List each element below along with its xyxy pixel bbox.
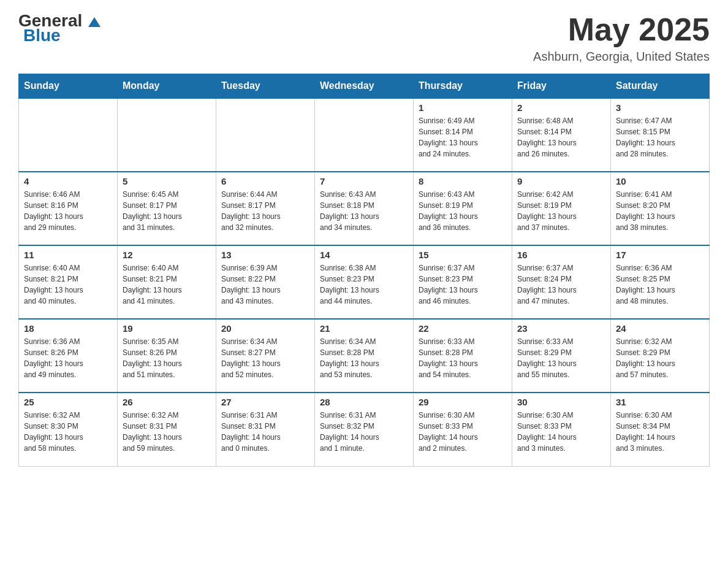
- day-info: Sunrise: 6:30 AMSunset: 8:34 PMDaylight:…: [616, 410, 704, 454]
- location-text: Ashburn, Georgia, United States: [533, 50, 710, 64]
- calendar-cell-2-4: 7Sunrise: 6:43 AMSunset: 8:18 PMDaylight…: [315, 172, 414, 245]
- calendar-header-thursday: Thursday: [414, 74, 512, 99]
- calendar-cell-5-4: 28Sunrise: 6:31 AMSunset: 8:32 PMDayligh…: [315, 393, 414, 466]
- day-number: 12: [123, 250, 211, 260]
- calendar-cell-2-6: 9Sunrise: 6:42 AMSunset: 8:19 PMDaylight…: [512, 172, 611, 245]
- day-number: 30: [517, 397, 605, 407]
- title-section: May 2025 Ashburn, Georgia, United States: [533, 12, 710, 64]
- day-info: Sunrise: 6:43 AMSunset: 8:19 PMDaylight:…: [419, 189, 507, 233]
- calendar-cell-3-7: 17Sunrise: 6:36 AMSunset: 8:25 PMDayligh…: [611, 245, 710, 319]
- day-info: Sunrise: 6:47 AMSunset: 8:15 PMDaylight:…: [616, 115, 704, 159]
- day-number: 13: [221, 250, 309, 260]
- day-info: Sunrise: 6:32 AMSunset: 8:30 PMDaylight:…: [24, 410, 112, 454]
- day-number: 7: [320, 176, 408, 186]
- day-info: Sunrise: 6:30 AMSunset: 8:33 PMDaylight:…: [517, 410, 605, 454]
- day-number: 21: [320, 323, 408, 334]
- day-number: 1: [419, 102, 507, 113]
- day-info: Sunrise: 6:40 AMSunset: 8:21 PMDaylight:…: [123, 262, 211, 307]
- day-number: 16: [517, 250, 605, 260]
- day-number: 19: [123, 323, 211, 334]
- calendar-table: SundayMondayTuesdayWednesdayThursdayFrid…: [18, 74, 710, 467]
- logo: General Blue: [18, 12, 100, 44]
- calendar-cell-1-2: [118, 98, 216, 172]
- calendar-cell-3-2: 12Sunrise: 6:40 AMSunset: 8:21 PMDayligh…: [118, 245, 216, 319]
- calendar-cell-5-6: 30Sunrise: 6:30 AMSunset: 8:33 PMDayligh…: [512, 393, 611, 466]
- calendar-cell-4-4: 21Sunrise: 6:34 AMSunset: 8:28 PMDayligh…: [315, 319, 414, 393]
- calendar-cell-5-2: 26Sunrise: 6:32 AMSunset: 8:31 PMDayligh…: [118, 393, 216, 466]
- day-number: 28: [320, 397, 408, 407]
- day-number: 10: [616, 176, 704, 186]
- day-info: Sunrise: 6:41 AMSunset: 8:20 PMDaylight:…: [616, 189, 704, 233]
- day-number: 23: [517, 323, 605, 334]
- calendar-header-tuesday: Tuesday: [216, 74, 315, 99]
- day-info: Sunrise: 6:34 AMSunset: 8:27 PMDaylight:…: [221, 336, 309, 380]
- day-info: Sunrise: 6:48 AMSunset: 8:14 PMDaylight:…: [517, 115, 605, 159]
- calendar-cell-1-5: 1Sunrise: 6:49 AMSunset: 8:14 PMDaylight…: [414, 98, 512, 172]
- day-number: 15: [419, 250, 507, 260]
- day-info: Sunrise: 6:36 AMSunset: 8:26 PMDaylight:…: [24, 336, 112, 380]
- day-number: 6: [221, 176, 309, 186]
- calendar-cell-1-3: [216, 98, 315, 172]
- day-number: 31: [616, 397, 704, 407]
- day-number: 27: [221, 397, 309, 407]
- calendar-cell-1-6: 2Sunrise: 6:48 AMSunset: 8:14 PMDaylight…: [512, 98, 611, 172]
- calendar-cell-2-7: 10Sunrise: 6:41 AMSunset: 8:20 PMDayligh…: [611, 172, 710, 245]
- calendar-week-3: 11Sunrise: 6:40 AMSunset: 8:21 PMDayligh…: [19, 245, 710, 319]
- day-info: Sunrise: 6:37 AMSunset: 8:23 PMDaylight:…: [419, 262, 507, 307]
- day-info: Sunrise: 6:42 AMSunset: 8:19 PMDaylight:…: [517, 189, 605, 233]
- calendar-header-monday: Monday: [118, 74, 216, 99]
- calendar-cell-1-7: 3Sunrise: 6:47 AMSunset: 8:15 PMDaylight…: [611, 98, 710, 172]
- calendar-cell-4-3: 20Sunrise: 6:34 AMSunset: 8:27 PMDayligh…: [216, 319, 315, 393]
- day-info: Sunrise: 6:43 AMSunset: 8:18 PMDaylight:…: [320, 189, 408, 233]
- day-info: Sunrise: 6:49 AMSunset: 8:14 PMDaylight:…: [419, 115, 507, 159]
- calendar-cell-4-1: 18Sunrise: 6:36 AMSunset: 8:26 PMDayligh…: [19, 319, 118, 393]
- day-number: 24: [616, 323, 704, 334]
- logo-blue-text: Blue: [23, 27, 61, 44]
- calendar-cell-5-5: 29Sunrise: 6:30 AMSunset: 8:33 PMDayligh…: [414, 393, 512, 466]
- calendar-cell-4-5: 22Sunrise: 6:33 AMSunset: 8:28 PMDayligh…: [414, 319, 512, 393]
- day-number: 22: [419, 323, 507, 334]
- day-number: 4: [24, 176, 112, 186]
- calendar-cell-2-2: 5Sunrise: 6:45 AMSunset: 8:17 PMDaylight…: [118, 172, 216, 245]
- day-info: Sunrise: 6:36 AMSunset: 8:25 PMDaylight:…: [616, 262, 704, 307]
- day-number: 14: [320, 250, 408, 260]
- day-number: 3: [616, 102, 704, 113]
- calendar-header-sunday: Sunday: [19, 74, 118, 99]
- day-number: 5: [123, 176, 211, 186]
- day-number: 26: [123, 397, 211, 407]
- calendar-week-4: 18Sunrise: 6:36 AMSunset: 8:26 PMDayligh…: [19, 319, 710, 393]
- day-number: 11: [24, 250, 112, 260]
- calendar-cell-3-4: 14Sunrise: 6:38 AMSunset: 8:23 PMDayligh…: [315, 245, 414, 319]
- day-info: Sunrise: 6:31 AMSunset: 8:31 PMDaylight:…: [221, 410, 309, 454]
- calendar-cell-3-5: 15Sunrise: 6:37 AMSunset: 8:23 PMDayligh…: [414, 245, 512, 319]
- day-info: Sunrise: 6:46 AMSunset: 8:16 PMDaylight:…: [24, 189, 112, 233]
- calendar-cell-4-6: 23Sunrise: 6:33 AMSunset: 8:29 PMDayligh…: [512, 319, 611, 393]
- day-info: Sunrise: 6:34 AMSunset: 8:28 PMDaylight:…: [320, 336, 408, 380]
- calendar-header-saturday: Saturday: [611, 74, 710, 99]
- calendar-week-5: 25Sunrise: 6:32 AMSunset: 8:30 PMDayligh…: [19, 393, 710, 466]
- day-info: Sunrise: 6:35 AMSunset: 8:26 PMDaylight:…: [123, 336, 211, 380]
- day-info: Sunrise: 6:37 AMSunset: 8:24 PMDaylight:…: [517, 262, 605, 307]
- day-info: Sunrise: 6:44 AMSunset: 8:17 PMDaylight:…: [221, 189, 309, 233]
- day-number: 25: [24, 397, 112, 407]
- calendar-cell-1-1: [19, 98, 118, 172]
- day-number: 18: [24, 323, 112, 334]
- calendar-cell-5-7: 31Sunrise: 6:30 AMSunset: 8:34 PMDayligh…: [611, 393, 710, 466]
- day-info: Sunrise: 6:33 AMSunset: 8:29 PMDaylight:…: [517, 336, 605, 380]
- day-number: 20: [221, 323, 309, 334]
- day-info: Sunrise: 6:32 AMSunset: 8:29 PMDaylight:…: [616, 336, 704, 380]
- calendar-week-2: 4Sunrise: 6:46 AMSunset: 8:16 PMDaylight…: [19, 172, 710, 245]
- day-info: Sunrise: 6:45 AMSunset: 8:17 PMDaylight:…: [123, 189, 211, 233]
- calendar-cell-3-1: 11Sunrise: 6:40 AMSunset: 8:21 PMDayligh…: [19, 245, 118, 319]
- day-info: Sunrise: 6:33 AMSunset: 8:28 PMDaylight:…: [419, 336, 507, 380]
- day-number: 17: [616, 250, 704, 260]
- calendar-cell-5-3: 27Sunrise: 6:31 AMSunset: 8:31 PMDayligh…: [216, 393, 315, 466]
- page-header: General Blue May 2025 Ashburn, Georgia, …: [18, 12, 710, 64]
- day-info: Sunrise: 6:32 AMSunset: 8:31 PMDaylight:…: [123, 410, 211, 454]
- day-info: Sunrise: 6:40 AMSunset: 8:21 PMDaylight:…: [24, 262, 112, 307]
- day-info: Sunrise: 6:31 AMSunset: 8:32 PMDaylight:…: [320, 410, 408, 454]
- day-info: Sunrise: 6:38 AMSunset: 8:23 PMDaylight:…: [320, 262, 408, 307]
- calendar-cell-2-1: 4Sunrise: 6:46 AMSunset: 8:16 PMDaylight…: [19, 172, 118, 245]
- calendar-week-1: 1Sunrise: 6:49 AMSunset: 8:14 PMDaylight…: [19, 98, 710, 172]
- day-info: Sunrise: 6:39 AMSunset: 8:22 PMDaylight:…: [221, 262, 309, 307]
